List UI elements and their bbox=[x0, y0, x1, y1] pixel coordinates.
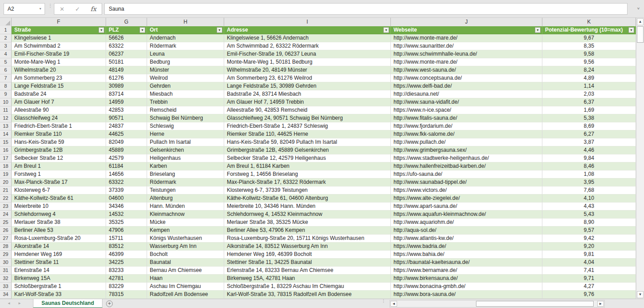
row-number[interactable]: 31 bbox=[0, 267, 12, 275]
cell-bewertung[interactable]: 7,41 bbox=[542, 267, 636, 275]
cell-strasse[interactable]: Riemker Straße 110 bbox=[12, 130, 106, 138]
filter-button[interactable]: ▼ bbox=[628, 27, 634, 33]
header-plz[interactable]: PLZ ▼ bbox=[106, 26, 147, 34]
cell-bewertung[interactable]: 3,87 bbox=[542, 138, 636, 146]
cell-plz[interactable]: 37339 bbox=[106, 186, 147, 195]
header-ort[interactable]: Ort ▼ bbox=[147, 26, 224, 34]
cell-plz[interactable]: 14959 bbox=[106, 98, 147, 106]
cell-plz[interactable]: 56626 bbox=[106, 34, 147, 42]
cell-strasse[interactable]: Forstweg 1 bbox=[12, 170, 106, 178]
cell-bewertung[interactable]: 9,71 bbox=[542, 275, 636, 283]
row-number[interactable]: 5 bbox=[0, 58, 12, 66]
cell-ort[interactable]: Bernau Am Chiemsee bbox=[147, 267, 224, 275]
cell-strasse[interactable]: Schlehdornweg 4 bbox=[12, 211, 106, 219]
formula-bar-expand-icon[interactable]: ∨ bbox=[637, 7, 640, 10]
row-number[interactable]: 16 bbox=[0, 146, 12, 154]
row-number[interactable]: 22 bbox=[0, 195, 12, 203]
scroll-left-icon[interactable]: ◄ bbox=[390, 301, 397, 307]
cell-plz[interactable]: 44625 bbox=[106, 130, 147, 138]
row-number[interactable]: 8 bbox=[0, 82, 12, 90]
cell-bewertung[interactable]: 9,76 bbox=[542, 291, 636, 299]
cell-plz[interactable]: 06237 bbox=[106, 50, 147, 58]
cell-strasse[interactable]: Glasschleifweg 24 bbox=[12, 114, 106, 122]
cell-plz[interactable]: 47906 bbox=[106, 227, 147, 235]
cell-adresse[interactable]: Monte-Mare-Weg 1, 50181 Bedburg bbox=[224, 58, 391, 66]
filter-button[interactable]: ▼ bbox=[139, 27, 145, 33]
cell-plz[interactable]: 63322 bbox=[106, 42, 147, 50]
cell-bewertung[interactable]: 9,84 bbox=[542, 154, 636, 162]
add-sheet-icon[interactable]: + bbox=[106, 300, 113, 307]
cell-webseite[interactable]: http://www.bonacina-gmbh.de/ bbox=[391, 283, 542, 291]
cell-plz[interactable]: 82049 bbox=[106, 138, 147, 146]
cell-webseite[interactable]: http://www.saunabad-tippel.de/ bbox=[391, 178, 542, 186]
row-number[interactable]: 3 bbox=[0, 42, 12, 50]
cell-adresse[interactable]: Riemker Straße 110, 44625 Herne bbox=[224, 130, 391, 138]
cell-webseite[interactable]: http://www.fjordarium.de/ bbox=[391, 122, 542, 130]
row-number[interactable]: 33 bbox=[0, 283, 12, 291]
cell-adresse[interactable]: Lange Feldstraße 15, 30989 Gehrden bbox=[224, 82, 391, 90]
cell-bewertung[interactable]: 7,68 bbox=[542, 186, 636, 195]
cell-adresse[interactable]: Selbecker Straße 12, 42579 Heiligenhaus bbox=[224, 154, 391, 162]
cell-adresse[interactable]: Am Breul 1, 61184 Karben bbox=[224, 162, 391, 170]
cell-adresse[interactable]: Hemdener Weg 169, 46399 Bocholt bbox=[224, 251, 391, 259]
row-number[interactable]: 34 bbox=[0, 291, 12, 299]
cell-ort[interactable]: Andernach bbox=[147, 34, 224, 42]
filter-button[interactable]: ▼ bbox=[535, 27, 541, 33]
cell-ort[interactable]: Herne bbox=[147, 130, 224, 138]
row-number[interactable]: 27 bbox=[0, 235, 12, 243]
cell-adresse[interactable]: Am Glauer Hof 7, 14959 Trebbin bbox=[224, 98, 391, 106]
cell-bewertung[interactable]: 3,95 bbox=[542, 178, 636, 186]
name-box-dropdown-icon[interactable]: ▼ bbox=[39, 4, 42, 14]
cell-plz[interactable]: 14656 bbox=[106, 170, 147, 178]
cell-strasse[interactable]: Friedrich-Ebert-Straße 1 bbox=[12, 122, 106, 130]
cell-ort[interactable]: Pullach Im Isartal bbox=[147, 138, 224, 146]
cell-strasse[interactable]: Am Glauer Hof 7 bbox=[12, 98, 106, 106]
scroll-up-icon[interactable]: ▲ bbox=[637, 18, 644, 25]
cell-plz[interactable]: 48149 bbox=[106, 66, 147, 74]
cell-strasse[interactable]: Birkenweg 15A bbox=[12, 275, 106, 283]
cell-bewertung[interactable]: 4,46 bbox=[542, 146, 636, 154]
header-strasse[interactable]: Straße ▼ bbox=[12, 26, 106, 34]
scroll-down-icon[interactable]: ▼ bbox=[637, 291, 644, 298]
cell-plz[interactable]: 04600 bbox=[106, 195, 147, 203]
cell-strasse[interactable]: Wilhelmstraße 20 bbox=[12, 66, 106, 74]
cell-adresse[interactable]: Berliner Allee 53, 47906 Kempen bbox=[224, 227, 391, 235]
horizontal-scrollbar-thumb[interactable] bbox=[476, 301, 594, 307]
cell-adresse[interactable]: Emil-Fischer-Straße 19, 06237 Leuna bbox=[224, 50, 391, 58]
cell-webseite[interactable]: http://www.pullach.de/ bbox=[391, 138, 542, 146]
cell-bewertung[interactable]: 6,37 bbox=[542, 98, 636, 106]
filter-button[interactable]: ▼ bbox=[217, 27, 222, 33]
cell-plz[interactable]: 61276 bbox=[106, 74, 147, 82]
column-letter-j[interactable]: J bbox=[391, 18, 542, 26]
cell-adresse[interactable]: Käthe-Kollwitz-Straße 61, 04600 Altenbur… bbox=[224, 195, 391, 203]
cell-ort[interactable]: Miesbach bbox=[147, 90, 224, 98]
cell-bewertung[interactable]: 9,56 bbox=[542, 58, 636, 66]
row-number[interactable]: 2 bbox=[0, 34, 12, 42]
cell-strasse[interactable]: Hans-Keis-Straße 59 bbox=[12, 138, 106, 146]
cell-adresse[interactable]: Grimbergstraße 12B, 45889 Gelsenkirchen bbox=[224, 146, 391, 154]
cell-strasse[interactable]: Klosterweg 6-7 bbox=[12, 186, 106, 195]
cell-bewertung[interactable]: 1,69 bbox=[542, 106, 636, 114]
row-number[interactable]: 24 bbox=[0, 211, 12, 219]
cell-plz[interactable]: 14532 bbox=[106, 211, 147, 219]
filter-button[interactable]: ▼ bbox=[98, 27, 104, 33]
cell-webseite[interactable]: https://www.aquafun-kleinmachnow.de/ bbox=[391, 211, 542, 219]
cell-bewertung[interactable]: 4,43 bbox=[542, 203, 636, 211]
cell-adresse[interactable]: Hans-Keis-Straße 59, 82049 Pullach Im Is… bbox=[224, 138, 391, 146]
cell-plz[interactable]: 15711 bbox=[106, 235, 147, 243]
cell-strasse[interactable]: Stettiner Straße 11 bbox=[12, 259, 106, 267]
cell-webseite[interactable]: https://www.stadtwerke-heiligenhaus.de/ bbox=[391, 154, 542, 162]
cell-strasse[interactable]: Hemdener Weg 169 bbox=[12, 251, 106, 259]
cell-webseite[interactable]: http://www.conceptsauna.de/ bbox=[391, 74, 542, 82]
cell-bewertung[interactable]: 5,43 bbox=[542, 211, 636, 219]
cell-webseite[interactable]: http://www.apart-sauna.de/ bbox=[391, 203, 542, 211]
cell-bewertung[interactable]: 9,81 bbox=[542, 251, 636, 259]
cell-webseite[interactable]: http://www.west-sauna.de/ bbox=[391, 66, 542, 74]
cell-ort[interactable]: Karben bbox=[147, 162, 224, 170]
header-potenzial-bewertung[interactable]: Potenzial-Bewertung (10=max) ▼ bbox=[542, 26, 636, 34]
cell-strasse[interactable]: Grimbergstraße 12B bbox=[12, 146, 106, 154]
cell-webseite[interactable]: https://baunatal-kaeltesauna.de/ bbox=[391, 259, 542, 267]
cell-webseite[interactable]: https://www.delfi-bad.de/ bbox=[391, 82, 542, 90]
column-letter-f[interactable]: F bbox=[12, 18, 106, 26]
cell-bewertung[interactable]: 4,89 bbox=[542, 74, 636, 82]
